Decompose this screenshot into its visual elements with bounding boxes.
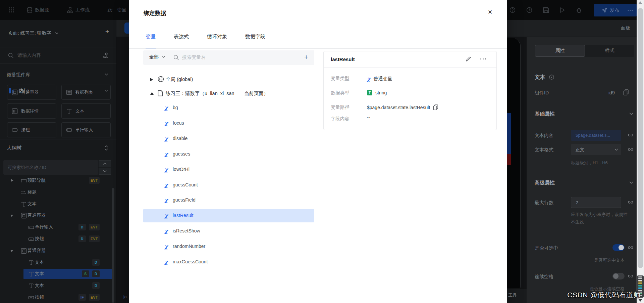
copy-icon[interactable] (623, 89, 629, 96)
variable-item-guessCount[interactable]: χguessCount (143, 178, 314, 192)
panel-toggle[interactable]: 面板 (621, 25, 630, 31)
add-page-button[interactable]: + (103, 27, 112, 37)
more-icon[interactable] (628, 10, 633, 11)
outline-search-input[interactable]: 可搜索组件名称 / ID (3, 160, 98, 175)
component-market-icon[interactable] (102, 52, 109, 59)
play-icon[interactable] (560, 7, 565, 13)
expand-arrow-icon[interactable] (150, 78, 153, 81)
info-icon[interactable] (549, 75, 554, 80)
more-icon[interactable] (480, 58, 486, 60)
component-search[interactable]: 请输入内容 (0, 47, 116, 64)
edit-icon[interactable] (466, 56, 471, 62)
tab-styles[interactable]: 样式 (585, 45, 634, 57)
variable-item-bg[interactable]: χbg (143, 101, 314, 115)
outline-node-按钮-5[interactable]: 按钮DEVT (0, 233, 116, 245)
variable-icon: χ (164, 243, 168, 250)
spaces-toggle[interactable] (612, 273, 625, 279)
collapse-arrow-icon[interactable] (10, 250, 13, 252)
component-card-6[interactable]: 单行输入 (61, 122, 111, 137)
collapse-arrow-icon[interactable] (10, 215, 13, 217)
outline-node-单行输入-4[interactable]: 单行输入DEVT (0, 221, 116, 233)
fx-icon: fx (107, 7, 115, 13)
topbar-item-1[interactable]: 数据源 (27, 0, 49, 20)
phone-preview-bezel (507, 38, 521, 294)
outline-node-文本-9[interactable]: 文本D (0, 280, 116, 292)
outline-node-标题-1[interactable]: 标题 (0, 186, 116, 198)
variable-item-disable[interactable]: χdisable (143, 132, 314, 145)
bind-icon[interactable] (628, 245, 634, 251)
topbar-item-2[interactable]: 工作流 (67, 0, 90, 20)
variable-item-focus[interactable]: χfocus (143, 117, 314, 130)
topbar-item-3[interactable]: fx变量 (107, 0, 126, 20)
modal-tab-变量[interactable]: 变量 (146, 34, 156, 40)
copy-icon[interactable] (433, 104, 438, 111)
variable-item-maxGuessCount[interactable]: χmaxGuessCount (143, 255, 314, 269)
text-format-select[interactable]: 正文 (571, 144, 621, 155)
component-id-value: id9 (608, 90, 615, 95)
variable-item-isResetShow[interactable]: χisResetShow (143, 224, 314, 238)
max-lines-field[interactable]: 2 (571, 197, 621, 208)
globe-icon (158, 76, 164, 82)
help-icon[interactable] (509, 7, 516, 13)
component-card-5[interactable]: 按钮 (7, 122, 56, 137)
variable-item-randomNumber[interactable]: χrandomNumber (143, 240, 314, 253)
publish-button[interactable]: 发布 (594, 4, 637, 16)
modal-tab-循环对象[interactable]: 循环对象 (207, 34, 227, 40)
component-card-3[interactable]: 数据详情 (7, 103, 56, 119)
right-sidebar: 属性 样式 文本 组件ID id9 基础属性 文本内容 $page.datase… (527, 37, 637, 303)
outline-node-文本-7[interactable]: 文本D (0, 257, 116, 268)
page-selector[interactable]: 页面: 练习三: 猜数字 (0, 28, 116, 38)
variable-item-lowOrHi[interactable]: χlowOrHi (143, 163, 314, 176)
variable-detail-title: lastResult (331, 56, 355, 62)
component-library-header[interactable]: 微搭组件库 (0, 67, 116, 82)
search-prev-button[interactable] (99, 160, 111, 167)
collapse-arrow-icon[interactable] (150, 92, 154, 95)
scrollbar-thumb[interactable] (638, 8, 643, 268)
debug-icon[interactable] (576, 7, 582, 13)
variable-icon: χ (164, 228, 168, 234)
modal-tab-数据字段[interactable]: 数据字段 (245, 34, 265, 40)
add-variable-button[interactable]: + (302, 53, 311, 62)
save-icon[interactable] (543, 7, 549, 13)
close-icon[interactable]: ✕ (486, 8, 494, 17)
component-card-2[interactable]: 数据列表 (61, 85, 111, 100)
bind-icon[interactable] (628, 132, 634, 138)
outline-node-顶部导航-0[interactable]: 顶部导航EVT (0, 175, 116, 186)
chevron-down-icon[interactable] (629, 113, 633, 115)
outline-node-文本-8[interactable]: 文本SD (0, 268, 116, 280)
component-card-4[interactable]: 文本 (61, 103, 111, 119)
chevron-down-icon[interactable] (629, 181, 633, 184)
canvas-mode-button[interactable] (124, 23, 129, 34)
tab-properties[interactable]: 属性 (535, 45, 585, 57)
selectable-toggle[interactable] (612, 244, 625, 251)
outline-node-普通容器-6[interactable]: 普通容器 (0, 245, 116, 257)
outline-node-普通容器-3[interactable]: 普通容器 (0, 210, 116, 221)
search-next-button[interactable] (99, 168, 111, 175)
container-icon (21, 213, 27, 219)
variable-icon: χ (164, 212, 168, 219)
bind-icon[interactable] (628, 146, 634, 153)
text-content-field[interactable]: $page.dataset.s... (571, 130, 621, 141)
component-card-1[interactable]: 普通容器 (7, 85, 56, 100)
spaces-label: 连续空格 (535, 274, 553, 280)
history-icon[interactable] (526, 7, 532, 13)
variable-search-bar[interactable]: 全部 搜索变量名 + (143, 50, 314, 65)
expand-collapse-icon[interactable] (104, 145, 108, 150)
scrollbar-up-arrow[interactable] (638, 1, 642, 4)
component-search-placeholder: 请输入内容 (17, 52, 41, 58)
variable-item-guessField[interactable]: χguessField (143, 193, 314, 207)
expand-arrow-icon[interactable] (11, 179, 13, 182)
modal-tab-表达式[interactable]: 表达式 (174, 34, 189, 40)
variable-item-guesses[interactable]: χguesses (143, 147, 314, 161)
bind-icon[interactable] (628, 199, 634, 205)
canvas-red-element (507, 154, 511, 165)
variable-tree-root-2[interactable]: 练习三：猜数字（u_lian_xi_san——当前页面） (129, 87, 317, 100)
filter-dropdown[interactable]: 全部 (149, 54, 165, 60)
app-grid-icon[interactable] (8, 7, 14, 13)
sidebar-scrollbar-thumb[interactable] (112, 188, 114, 303)
variable-item-lastResult[interactable]: χlastResult (143, 209, 314, 222)
advanced-props-section: 高级属性 (535, 180, 555, 186)
outline-node-文本-2[interactable]: 文本 (0, 198, 116, 210)
variable-tree-root-1[interactable]: 全局 (global) (129, 73, 317, 86)
bind-icon[interactable] (628, 273, 634, 279)
